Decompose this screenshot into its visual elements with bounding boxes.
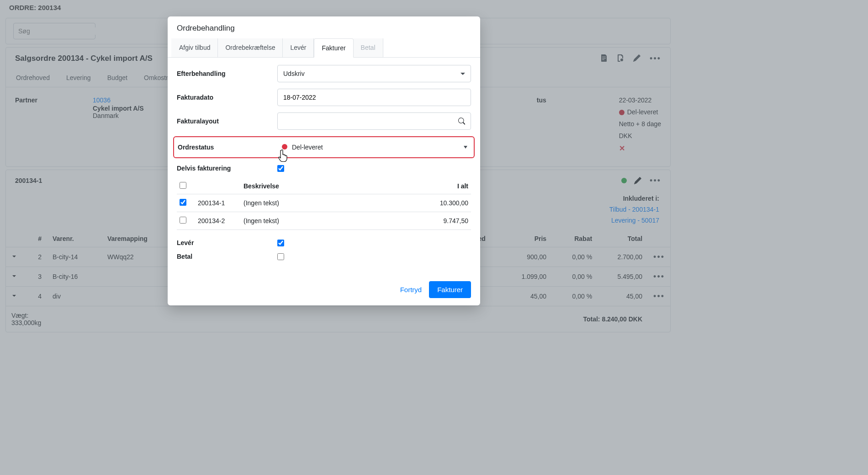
- ordrestatus-highlight: Ordrestatus Del-leveret: [173, 136, 475, 158]
- fakturer-button[interactable]: Fakturer: [429, 281, 471, 298]
- search-icon[interactable]: [458, 117, 465, 125]
- select-all-checkbox[interactable]: [180, 182, 186, 189]
- cancel-button[interactable]: Fortryd: [400, 281, 422, 298]
- efterbehandling-select[interactable]: Udskriv: [277, 65, 471, 82]
- fakturalayout-label: Fakturalayout: [177, 117, 277, 125]
- fakturadato-input[interactable]: [277, 89, 471, 106]
- modal-tab-afgiv-tilbud[interactable]: Afgiv tilbud: [171, 38, 218, 57]
- fakturadato-field[interactable]: [283, 94, 465, 101]
- chevron-down-icon: [464, 146, 467, 149]
- lever-checkbox[interactable]: [277, 240, 284, 246]
- ordrebehandling-modal: Ordrebehandling Afgiv tilbud Ordrebekræf…: [168, 16, 480, 305]
- row-checkbox[interactable]: [180, 217, 186, 224]
- ordrestatus-label: Ordrestatus: [174, 144, 278, 151]
- cell-beskrivelse: (Ingen tekst): [241, 212, 416, 230]
- fakturadato-label: Fakturadato: [177, 94, 277, 101]
- delvis-label: Delvis fakturering: [177, 165, 277, 172]
- modal-title: Ordrebehandling: [168, 16, 480, 38]
- fakturalayout-field[interactable]: [283, 117, 458, 125]
- modal-tab-lever[interactable]: Levér: [283, 38, 314, 57]
- row-checkbox[interactable]: [180, 199, 186, 206]
- cell-ialt: 9.747,50: [416, 212, 471, 230]
- efterbehandling-label: Efterbehandling: [177, 70, 277, 77]
- red-status-dot-icon: [282, 144, 287, 149]
- cell-beskrivelse: (Ingen tekst): [241, 194, 416, 212]
- betal-checkbox[interactable]: [277, 253, 284, 260]
- chevron-down-icon: [460, 73, 465, 75]
- lever-label: Levér: [177, 239, 277, 246]
- betal-label: Betal: [177, 253, 277, 260]
- modal-tab-betal: Betal: [354, 38, 383, 57]
- ordrestatus-value: Del-leveret: [292, 144, 323, 151]
- cell-ialt: 10.300,00: [416, 194, 471, 212]
- delvis-checkbox[interactable]: [277, 165, 284, 172]
- modal-tab-ordrebekraeftelse[interactable]: Ordrebekræftelse: [218, 38, 283, 57]
- ordrestatus-select[interactable]: Del-leveret: [278, 141, 474, 154]
- efterbehandling-value: Udskriv: [283, 70, 305, 77]
- cell-id: 200134-1: [195, 194, 241, 212]
- table-row: 200134-2 (Ingen tekst) 9.747,50: [177, 212, 471, 230]
- fakturalayout-input[interactable]: [277, 112, 471, 130]
- col-ialt: I alt: [416, 178, 471, 194]
- col-beskrivelse: Beskrivelse: [241, 178, 416, 194]
- invoice-lines-table: Beskrivelse I alt 200134-1 (Ingen tekst)…: [177, 178, 471, 230]
- table-row: 200134-1 (Ingen tekst) 10.300,00: [177, 194, 471, 212]
- cell-id: 200134-2: [195, 212, 241, 230]
- modal-tab-fakturer[interactable]: Fakturer: [314, 38, 353, 58]
